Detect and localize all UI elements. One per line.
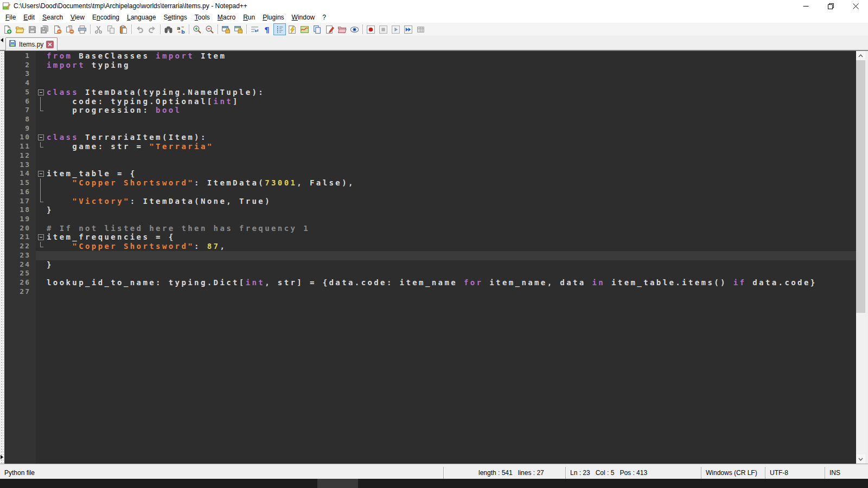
tab-scroll-left-icon[interactable] xyxy=(1,38,3,42)
status-length-lines: length : 541 lines : 27 xyxy=(443,467,565,479)
menu-language[interactable]: Language xyxy=(123,12,159,22)
toolbar-close-icon[interactable] xyxy=(51,23,63,35)
toolbar-folder-as-workspace-icon[interactable] xyxy=(336,23,348,35)
toolbar-document-map-icon[interactable] xyxy=(298,23,311,35)
menu-view[interactable]: View xyxy=(67,12,88,22)
fold-margin xyxy=(36,106,47,115)
fold-toggle-icon[interactable] xyxy=(36,133,47,142)
menu-edit[interactable]: Edit xyxy=(20,12,39,22)
toolbar-macro-play-icon[interactable] xyxy=(390,23,402,35)
fold-toggle-icon[interactable] xyxy=(36,233,47,242)
code-line: 3 xyxy=(4,69,856,79)
code-line: 20# If not listed here then has frequenc… xyxy=(4,224,856,233)
code-line: 9 xyxy=(4,124,856,133)
toolbar-show-indent-guide-icon[interactable] xyxy=(273,23,286,35)
code-text xyxy=(47,269,856,278)
menu-encoding[interactable]: Encoding xyxy=(88,12,123,22)
tab-items-py[interactable]: Items.py xyxy=(5,37,58,50)
toolbar-replace-icon[interactable]: ab xyxy=(175,23,187,35)
code-line-body: progression: bool xyxy=(36,106,856,115)
code-text: # If not listed here then has frequency … xyxy=(47,224,856,233)
toolbar-paste-icon[interactable] xyxy=(117,23,130,35)
fold-margin xyxy=(36,215,47,224)
status-bar: Python file length : 541 lines : 27 Ln :… xyxy=(0,467,868,479)
fold-margin xyxy=(36,52,47,61)
editor-surface[interactable]: 1from BaseClasses import Item2import typ… xyxy=(4,51,856,464)
scrollbar-up-icon[interactable] xyxy=(856,51,865,60)
close-button[interactable] xyxy=(843,0,868,12)
code-line-body xyxy=(36,251,856,260)
fold-margin xyxy=(36,142,47,151)
code-line-body: code: typing.Optional[int] xyxy=(36,97,856,106)
toolbar-separator xyxy=(90,24,91,34)
toolbar-monitoring-icon[interactable] xyxy=(348,23,361,35)
code-line: 2import typing xyxy=(4,61,856,70)
scrollbar-zone xyxy=(856,51,868,464)
toolbar-copy-icon[interactable] xyxy=(105,23,117,35)
toolbar-zoom-out-icon[interactable] xyxy=(203,23,216,35)
code-text xyxy=(47,160,856,170)
menu-help[interactable]: ? xyxy=(318,12,330,22)
saved-file-icon xyxy=(9,40,16,49)
panel-expand-arrow-icon[interactable] xyxy=(1,455,3,459)
scrollbar-thumb[interactable] xyxy=(856,60,865,313)
fold-margin xyxy=(36,97,47,106)
toolbar-close-all-icon[interactable] xyxy=(63,23,76,35)
menu-plugins[interactable]: Plugins xyxy=(259,12,288,22)
code-text xyxy=(47,287,856,297)
bottom-edge-highlight xyxy=(317,479,358,488)
vertical-scrollbar[interactable] xyxy=(856,51,865,464)
toolbar-sync-vertical-scroll-icon[interactable] xyxy=(220,23,232,35)
menu-file[interactable]: File xyxy=(2,12,20,22)
menu-tools[interactable]: Tools xyxy=(191,12,214,22)
toolbar-zoom-in-icon[interactable] xyxy=(191,23,203,35)
code-line: 17 "Victory": ItemData(None, True) xyxy=(4,197,856,206)
menu-search[interactable]: Search xyxy=(39,12,67,22)
fold-toggle-icon[interactable] xyxy=(36,169,47,178)
toolbar-word-wrap-icon[interactable] xyxy=(248,23,261,35)
line-number: 17 xyxy=(4,197,36,206)
toolbar-save-icon[interactable] xyxy=(26,23,39,35)
toolbar-save-all-icon[interactable] xyxy=(39,23,51,35)
code-line: 25 xyxy=(4,269,856,278)
code-line: 23 xyxy=(4,251,856,260)
line-number: 2 xyxy=(4,61,36,70)
code-line: 18} xyxy=(4,206,856,215)
toolbar-cut-icon[interactable] xyxy=(92,23,105,35)
fold-margin xyxy=(36,115,47,124)
fold-toggle-icon[interactable] xyxy=(36,88,47,97)
line-number: 21 xyxy=(4,233,36,242)
menu-bar: FileEditSearchViewEncodingLanguageSettin… xyxy=(0,12,868,23)
menu-settings[interactable]: Settings xyxy=(159,12,190,22)
toolbar-redo-icon[interactable] xyxy=(146,23,158,35)
toolbar-macro-save-icon[interactable] xyxy=(414,23,427,35)
menu-window[interactable]: Window xyxy=(288,12,319,22)
toolbar-document-list-icon[interactable] xyxy=(311,23,323,35)
menu-macro[interactable]: Macro xyxy=(214,12,239,22)
minimize-button[interactable] xyxy=(793,0,818,12)
fold-margin xyxy=(36,242,47,251)
fold-margin xyxy=(36,269,47,278)
restore-button[interactable] xyxy=(818,0,843,12)
code-text: game: str = "Terraria" xyxy=(47,142,856,151)
toolbar-undo-icon[interactable] xyxy=(133,23,146,35)
toolbar-macro-record-icon[interactable] xyxy=(365,23,377,35)
code-text xyxy=(47,115,856,124)
toolbar-macro-run-multiple-icon[interactable] xyxy=(402,23,414,35)
toolbar-print-icon[interactable] xyxy=(76,23,88,35)
toolbar-define-language-icon[interactable] xyxy=(286,23,298,35)
tab-label: Items.py xyxy=(19,41,43,48)
toolbar-sync-horizontal-scroll-icon[interactable] xyxy=(232,23,245,35)
toolbar-function-list-icon[interactable] xyxy=(323,23,336,35)
code-text xyxy=(47,251,856,260)
toolbar-new-file-icon[interactable] xyxy=(1,23,14,35)
fold-margin xyxy=(36,188,47,197)
toolbar-open-file-icon[interactable] xyxy=(14,23,26,35)
tab-close-icon[interactable] xyxy=(46,41,54,48)
toolbar-show-all-characters-icon[interactable]: ¶ xyxy=(261,23,273,35)
toolbar-separator xyxy=(362,24,363,34)
menu-run[interactable]: Run xyxy=(239,12,259,22)
toolbar-find-icon[interactable] xyxy=(162,23,175,35)
toolbar-macro-stop-icon[interactable] xyxy=(377,23,390,35)
scrollbar-down-icon[interactable] xyxy=(856,454,865,464)
